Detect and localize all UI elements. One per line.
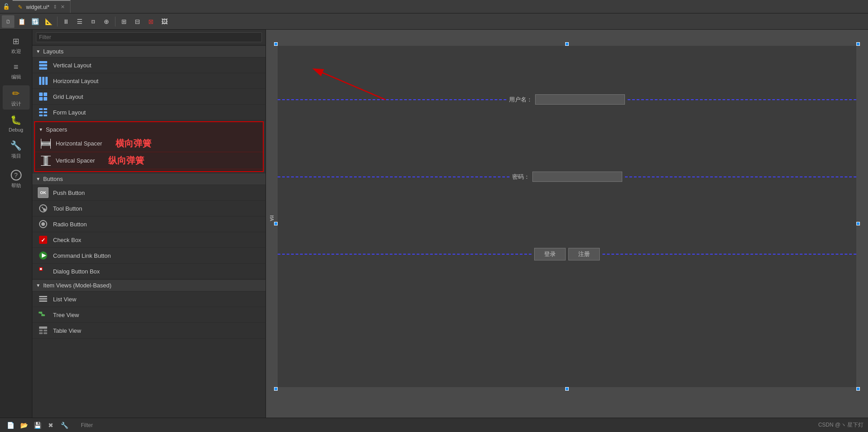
widget-horizontal-layout[interactable]: Horizontal Layout (32, 73, 266, 89)
widget-push-button[interactable]: OK Push Button (32, 185, 266, 201)
debug-icon: 🐛 (10, 115, 22, 125)
tab-arrow-icon[interactable]: ⇕ (53, 4, 57, 10)
nav-item-welcome[interactable]: ⊞ 欢迎 (3, 33, 30, 57)
nav-label-project: 项目 (11, 153, 21, 159)
username-input[interactable] (535, 94, 625, 105)
dashed-line-left-2 (278, 176, 509, 177)
svg-rect-8 (39, 97, 43, 101)
svg-rect-5 (45, 77, 48, 85)
dashed-line-right-3 (602, 254, 856, 255)
tool-button-label: Tool Button (53, 205, 82, 212)
svg-rect-49 (39, 332, 43, 334)
widget-tree-view[interactable]: Tree View (32, 307, 266, 323)
toolbar-sep-2 (115, 17, 115, 26)
nav-item-debug[interactable]: 🐛 Debug (3, 111, 30, 136)
toolbar-btn-6[interactable]: ☰ (73, 15, 86, 28)
widget-tool-button[interactable]: Tool Button (32, 201, 266, 216)
widget-dialog-button-box[interactable]: Dialog Button Box (32, 264, 266, 279)
login-button[interactable]: 登录 (534, 248, 566, 260)
bottom-btn-new[interactable]: 📄 (4, 419, 16, 431)
dashed-line-left-1 (278, 99, 506, 100)
command-link-label: Command Link Button (53, 252, 111, 259)
widget-table-view[interactable]: Table View (32, 323, 266, 339)
grid-layout-label: Grid Layout (53, 93, 83, 100)
toolbar-btn-2[interactable]: 📋 (15, 15, 28, 28)
widget-filter-input[interactable] (36, 32, 262, 42)
bottom-filter-label: Filter (81, 422, 93, 428)
nav-label-design: 设计 (11, 101, 21, 107)
sel-handle-tc (565, 42, 569, 46)
widget-form-layout[interactable]: Form Layout (32, 105, 266, 120)
active-tab[interactable]: ✎ widget.ui* ⇕ ✕ (13, 0, 71, 13)
horizontal-spacer-icon (40, 138, 51, 149)
bottom-btn-save[interactable]: 💾 (31, 419, 43, 431)
bottom-btn-open[interactable]: 📂 (18, 419, 30, 431)
toolbar-btn-11[interactable]: ⊠ (145, 15, 157, 28)
section-layouts[interactable]: ▼ Layouts (32, 45, 266, 57)
widget-panel-header (32, 30, 266, 45)
widget-list-view[interactable]: List View (32, 291, 266, 307)
toolbar-btn-7[interactable]: ⧈ (87, 15, 99, 28)
toolbar-btn-12[interactable]: 🖼 (158, 15, 171, 28)
svg-text:✓: ✓ (41, 237, 45, 243)
widget-radio-button[interactable]: Radio Button (32, 216, 266, 232)
svg-rect-7 (44, 93, 47, 96)
sel-handle-mr (856, 222, 860, 225)
tab-bar: 🔓 ✎ widget.ui* ⇕ ✕ (0, 0, 868, 13)
widget-vertical-spacer[interactable]: Vertical Spacer 纵向弹簧 (35, 152, 263, 169)
bottom-btn-tools[interactable]: 🔧 (58, 419, 70, 431)
tab-arrow[interactable]: 🔓 (0, 0, 13, 13)
vertical-spacer-label: Vertical Spacer (56, 157, 95, 164)
nav-label-help: 帮助 (11, 182, 21, 189)
svg-rect-44 (41, 314, 45, 316)
sel-handle-tr (856, 42, 860, 46)
section-item-views[interactable]: ▼ Item Views (Model-Based) (32, 279, 266, 291)
svg-rect-50 (44, 332, 47, 334)
horizontal-layout-label: Horizontal Layout (53, 78, 98, 84)
dashed-line-right-2 (625, 176, 857, 177)
design-icon: ✏ (12, 88, 20, 99)
toolbar-btn-8[interactable]: ⊕ (100, 15, 113, 28)
widget-check-box[interactable]: ✓ Check Box (32, 232, 266, 248)
help-icon: ? (11, 170, 22, 181)
nav-item-help[interactable]: ? 帮助 (3, 167, 30, 191)
svg-rect-47 (39, 330, 43, 331)
toolbar-btn-3[interactable]: 🔃 (29, 15, 41, 28)
toolbar-btn-4[interactable]: 📐 (42, 15, 55, 28)
register-button[interactable]: 注册 (568, 248, 600, 260)
dashed-line-left-3 (278, 254, 531, 255)
toolbar-btn-10[interactable]: ⊟ (131, 15, 144, 28)
svg-rect-2 (39, 67, 47, 70)
tab-close-icon[interactable]: ✕ (61, 4, 65, 10)
widget-command-link-button[interactable]: Command Link Button (32, 248, 266, 264)
toolbar-btn-5[interactable]: ⏸ (60, 15, 72, 28)
svg-rect-46 (39, 326, 47, 329)
svg-rect-1 (39, 64, 47, 66)
welcome-icon: ⊞ (13, 36, 19, 46)
username-label: 用户名： (509, 96, 532, 104)
widget-vertical-layout[interactable]: Vertical Layout (32, 57, 266, 73)
section-spacers[interactable]: ▼ Spacers (35, 124, 263, 135)
nav-item-design[interactable]: ✏ 设计 (3, 85, 30, 110)
bottom-btn-close[interactable]: ✖ (45, 419, 57, 431)
sel-handle-bl (274, 387, 278, 391)
canvas-area: 用户名： 密码： 登录 注册 (278, 46, 856, 387)
nav-item-edit[interactable]: ≡ 编辑 (3, 59, 30, 84)
password-input[interactable] (532, 172, 622, 182)
password-label: 密码： (512, 173, 530, 181)
left-nav: ⊞ 欢迎 ≡ 编辑 ✏ 设计 🐛 Debug 🔧 项目 ? 帮助 (0, 30, 32, 418)
design-canvas[interactable]: 用户名： 密码： 登录 注册 (266, 30, 868, 418)
ifa-label: IfA (266, 205, 278, 232)
svg-rect-10 (39, 108, 43, 110)
widget-grid-layout[interactable]: Grid Layout (32, 89, 266, 105)
svg-rect-42 (39, 300, 47, 302)
dashed-line-right-1 (628, 99, 856, 100)
toolbar-btn-1[interactable]: 🗋 (2, 15, 14, 28)
toolbar-btn-9[interactable]: ⊞ (118, 15, 130, 28)
spacers-section: ▼ Spacers Horizontal Spa (34, 121, 264, 172)
edit-icon: ≡ (13, 62, 18, 72)
push-button-label: Push Button (53, 190, 85, 196)
section-buttons[interactable]: ▼ Buttons (32, 173, 266, 185)
widget-horizontal-spacer[interactable]: Horizontal Spacer 横向弹簧 (35, 135, 263, 152)
nav-item-project[interactable]: 🔧 项目 (3, 137, 30, 162)
